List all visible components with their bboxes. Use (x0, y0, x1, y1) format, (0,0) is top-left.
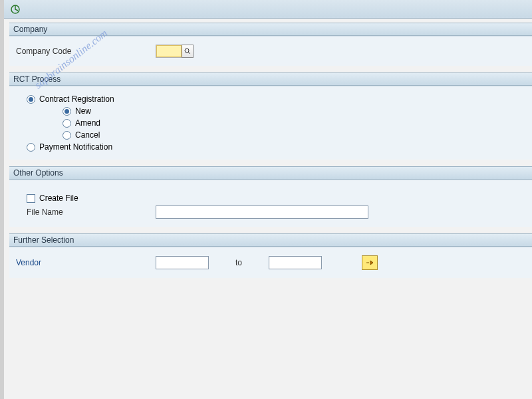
company-group: Company Company Code (9, 23, 532, 66)
payment-notification-label: Payment Notification (39, 142, 112, 152)
other-options-group: Other Options Create File File Name (9, 166, 532, 227)
cancel-radio[interactable] (63, 131, 71, 140)
toolbar (4, 0, 532, 19)
company-code-label: Company Code (16, 47, 156, 56)
contract-registration-radio[interactable] (27, 95, 35, 104)
vendor-label[interactable]: Vendor (16, 258, 156, 267)
to-label: to (235, 258, 242, 267)
execute-icon[interactable] (9, 3, 21, 15)
company-group-header: Company (9, 23, 532, 36)
rct-group-header: RCT Process (9, 72, 532, 86)
search-help-icon[interactable] (182, 45, 194, 58)
vendor-to-input[interactable] (269, 256, 322, 269)
amend-label: Amend (75, 118, 100, 128)
vendor-from-input[interactable] (156, 256, 209, 269)
create-file-label: Create File (39, 194, 78, 203)
further-selection-group: Further Selection Vendor to (9, 233, 532, 278)
new-label: New (75, 106, 91, 116)
app-frame: Company Company Code RCT Process Contrac… (0, 0, 532, 399)
payment-notification-radio[interactable] (27, 143, 35, 152)
cancel-label: Cancel (75, 130, 100, 140)
company-code-input[interactable] (156, 45, 182, 58)
svg-line-2 (188, 52, 190, 54)
file-name-label: File Name (27, 207, 156, 217)
contract-registration-label: Contract Registration (39, 94, 114, 104)
further-selection-header: Further Selection (9, 233, 532, 247)
multiple-selection-icon[interactable] (362, 255, 378, 270)
file-name-input[interactable] (156, 205, 368, 219)
amend-radio[interactable] (63, 119, 71, 128)
other-options-header: Other Options (9, 166, 532, 180)
rct-process-group: RCT Process Contract Registration New Am… (9, 72, 532, 160)
create-file-checkbox[interactable] (27, 194, 35, 203)
new-radio[interactable] (63, 107, 71, 116)
content-area: Company Company Code RCT Process Contrac… (4, 19, 532, 278)
